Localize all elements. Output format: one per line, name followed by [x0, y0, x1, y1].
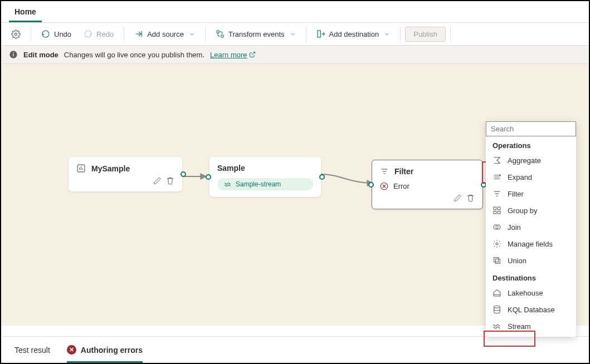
tab-authoring-errors[interactable]: ✕ Authoring errors: [67, 337, 143, 363]
svg-rect-13: [498, 211, 500, 214]
learn-more-link[interactable]: Learn more: [210, 51, 255, 59]
node-title-text: Filter: [394, 167, 413, 176]
stream-chip[interactable]: Sample-stream: [217, 178, 313, 190]
add-destination-label: Add destination: [329, 30, 379, 38]
svg-rect-2: [221, 35, 223, 37]
expand-icon: [493, 173, 501, 181]
op-label: Union: [508, 257, 526, 265]
transform-button[interactable]: Transform events: [210, 27, 301, 41]
union-icon: [493, 256, 501, 265]
edit-icon[interactable]: [153, 176, 162, 185]
undo-icon: [41, 29, 50, 38]
dest-stream[interactable]: Stream: [486, 318, 576, 335]
error-label: Error: [393, 182, 409, 190]
op-label: Group by: [508, 206, 537, 215]
tab-test-result[interactable]: Test result: [14, 337, 50, 363]
edge: [182, 171, 209, 182]
chart-icon: [76, 164, 86, 173]
dest-label: Stream: [508, 322, 531, 331]
op-label: Filter: [508, 190, 524, 198]
op-label: Expand: [508, 173, 532, 181]
groupby-icon: [493, 206, 501, 215]
svg-rect-11: [498, 207, 500, 210]
info-bar: Edit mode Changes will go live once you …: [1, 46, 589, 64]
op-aggregate[interactable]: Aggregate: [486, 152, 576, 169]
add-source-icon: [134, 29, 143, 38]
svg-rect-1: [217, 31, 219, 33]
input-port[interactable]: [368, 182, 374, 188]
add-source-label: Add source: [147, 30, 184, 38]
search-input[interactable]: [486, 121, 576, 136]
info-icon: [9, 50, 18, 59]
delete-icon[interactable]: [466, 194, 475, 202]
manage-fields-icon: [493, 239, 501, 248]
external-link-icon: [249, 51, 256, 58]
node-title: Sample: [217, 164, 313, 173]
svg-point-0: [14, 33, 17, 35]
tab-label: Test result: [14, 346, 50, 355]
operations-header: Operations: [486, 136, 576, 152]
filter-icon: [493, 189, 501, 198]
op-union[interactable]: Union: [486, 252, 576, 269]
chevron-down-icon: [384, 31, 390, 37]
tab-label: Authoring errors: [81, 346, 143, 355]
divider: [31, 26, 31, 42]
bottom-tabs: Test result ✕ Authoring errors: [1, 336, 589, 363]
database-icon: [493, 305, 501, 314]
add-menu: Operations Aggregate Expand Filter Group…: [486, 121, 576, 337]
add-destination-button[interactable]: Add destination: [311, 27, 396, 41]
edit-mode-label: Edit mode: [23, 51, 58, 59]
node-sample[interactable]: Sample Sample-stream: [209, 157, 321, 197]
filter-icon: [380, 167, 389, 176]
op-label: Aggregate: [508, 156, 541, 165]
redo-button[interactable]: Redo: [78, 27, 119, 41]
svg-rect-3: [318, 31, 320, 37]
svg-rect-10: [494, 207, 496, 210]
node-filter[interactable]: Filter Error: [372, 160, 483, 209]
divider: [205, 26, 206, 42]
node-mysample[interactable]: MySample: [69, 157, 182, 191]
error-row: Error: [380, 182, 475, 190]
output-port[interactable]: [181, 171, 186, 177]
lakehouse-icon: [493, 288, 501, 297]
stream-label: Sample-stream: [236, 180, 281, 188]
node-title: Filter: [380, 167, 475, 176]
op-expand[interactable]: Expand: [486, 169, 576, 185]
chevron-down-icon: [290, 31, 296, 37]
input-port[interactable]: [206, 174, 211, 180]
output-port[interactable]: [319, 174, 325, 180]
chevron-down-icon: [189, 31, 195, 37]
join-icon: [493, 223, 501, 232]
aggregate-icon: [493, 156, 501, 165]
svg-rect-17: [494, 258, 499, 262]
tab-row: Home: [1, 1, 589, 23]
tab-home[interactable]: Home: [9, 4, 42, 22]
dest-label: KQL Database: [508, 306, 555, 314]
stream-icon: [493, 322, 501, 331]
op-label: Join: [508, 223, 521, 232]
edit-icon[interactable]: [454, 194, 462, 202]
dest-kql[interactable]: KQL Database: [486, 301, 576, 318]
delete-icon[interactable]: [166, 176, 174, 185]
divider: [124, 26, 124, 42]
svg-rect-5: [13, 54, 13, 57]
stream-icon: [224, 180, 232, 188]
learn-more-label: Learn more: [210, 51, 247, 59]
svg-point-16: [496, 243, 498, 245]
op-manage-fields[interactable]: Manage fields: [486, 235, 576, 252]
publish-button[interactable]: Publish: [405, 27, 446, 42]
op-groupby[interactable]: Group by: [486, 202, 576, 219]
gear-icon: [11, 29, 21, 39]
transform-label: Transform events: [228, 30, 285, 38]
toolbar: Undo Redo Add source Transform events Ad…: [1, 23, 589, 46]
op-join[interactable]: Join: [486, 219, 576, 235]
op-filter[interactable]: Filter: [486, 185, 576, 202]
add-destination-icon: [316, 29, 325, 38]
dest-lakehouse[interactable]: Lakehouse: [486, 284, 576, 301]
undo-button[interactable]: Undo: [36, 27, 77, 41]
settings-button[interactable]: [6, 27, 26, 42]
add-source-button[interactable]: Add source: [129, 27, 201, 41]
info-message: Changes will go live once you publish th…: [64, 51, 204, 59]
op-label: Manage fields: [508, 240, 553, 248]
destinations-header: Destinations: [486, 269, 576, 284]
